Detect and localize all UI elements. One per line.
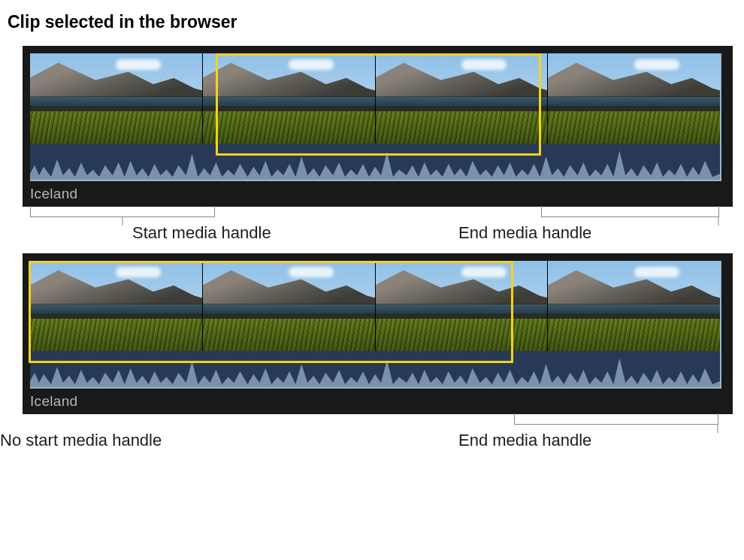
clip-filmstrip[interactable] (30, 53, 721, 144)
end-handle-bracket (541, 207, 719, 217)
clip-thumbnail (203, 261, 376, 351)
clip-thumbnail (548, 53, 720, 144)
clip-thumbnail (30, 261, 203, 351)
clip-thumbnail (376, 53, 549, 144)
browser-panel-1: Iceland (23, 46, 733, 207)
no-start-handle-label: No start media handle (0, 431, 162, 449)
clip-thumbnail (376, 261, 549, 351)
clip-thumbnail (548, 261, 720, 351)
clip-name-label: Iceland (30, 393, 725, 410)
annotation-row-2: No start media handle End media handle (0, 414, 733, 449)
clip-name-label: Iceland (30, 186, 725, 202)
audio-waveform (30, 351, 721, 389)
audio-waveform (30, 144, 721, 181)
start-handle-label: Start media handle (132, 223, 271, 243)
clip-thumbnail (30, 53, 203, 144)
start-handle-bracket (30, 207, 215, 217)
end-handle-bracket (514, 414, 718, 425)
end-handle-label-2: End media handle (458, 431, 591, 449)
annotation-row-1: Start media handle End media handle (23, 207, 733, 237)
browser-panel-2: Iceland (23, 253, 733, 414)
page-title: Clip selected in the browser (8, 12, 744, 32)
end-handle-label: End media handle (458, 223, 591, 243)
clip-thumbnail (203, 53, 376, 144)
clip-filmstrip[interactable] (30, 261, 721, 351)
